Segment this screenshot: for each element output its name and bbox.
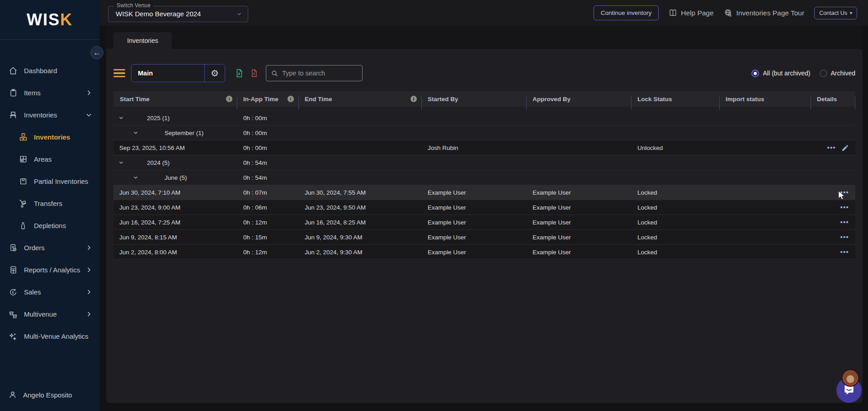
chevron-down-icon[interactable]: [118, 115, 124, 121]
gear-icon[interactable]: ⚙: [205, 65, 225, 82]
page-tour-label: Inventories Page Tour: [736, 9, 805, 17]
radio-selected-icon[interactable]: [751, 70, 759, 77]
help-page-link[interactable]: Help Page: [669, 9, 713, 17]
cell-approved-by: Example User: [526, 249, 631, 256]
table-group-row[interactable]: June (5)0h : 54m: [113, 170, 855, 185]
more-options-icon[interactable]: •••: [840, 219, 849, 226]
contact-us-button[interactable]: Contact Us▾: [814, 7, 857, 19]
chevron-right-icon: [85, 266, 92, 273]
filter-archived[interactable]: Archived: [820, 70, 855, 77]
filter-label: All (but archived): [763, 70, 810, 77]
info-icon[interactable]: i: [410, 96, 417, 102]
tab-inventories[interactable]: Inventories: [113, 32, 172, 49]
column-label: Start Time: [120, 96, 150, 103]
cell-in-app-time: 0h : 00m: [237, 145, 298, 151]
info-icon[interactable]: i: [226, 96, 232, 102]
sidebar-item-label: Areas: [34, 155, 52, 163]
sidebar-item-multi-venue-analytics[interactable]: Multi-Venue Analytics: [0, 325, 99, 347]
cell-lock-status: Locked: [631, 249, 719, 256]
info-icon[interactable]: i: [288, 96, 294, 102]
sidebar-item-dashboard[interactable]: Dashboard: [0, 60, 99, 82]
sidebar-item-partial-inventories[interactable]: Partial Inventories: [0, 170, 99, 192]
assistant-avatar[interactable]: [844, 371, 857, 385]
sidebar-item-areas[interactable]: Areas: [0, 148, 99, 170]
continue-inventory-button[interactable]: Continue inventory: [594, 5, 659, 20]
book-icon: [669, 9, 677, 17]
pdf-export-icon[interactable]: [250, 69, 259, 78]
user-icon: [8, 390, 17, 399]
more-options-icon[interactable]: •••: [840, 234, 849, 241]
column-header-approved-by[interactable]: Approved By: [526, 91, 631, 107]
edit-icon[interactable]: [841, 144, 849, 152]
inventory-row[interactable]: Sep 23, 2025, 10:56 AM0h : 00mJosh Rubin…: [113, 140, 855, 155]
sidebar: WISK DashboardItemsInventoriesInventorie…: [0, 0, 99, 411]
column-header-start-time[interactable]: Start Timei: [113, 91, 237, 107]
sidebar-item-label: Reports / Analytics: [24, 266, 80, 274]
inventory-row[interactable]: Jun 30, 2024, 7:10 AM0h : 07mJun 30, 202…: [113, 185, 855, 200]
cell-details: •••: [811, 219, 855, 226]
search-input[interactable]: [282, 70, 358, 77]
cell-details: •••: [811, 144, 855, 152]
radio-unselected-icon[interactable]: [820, 70, 827, 77]
more-options-icon[interactable]: •••: [840, 204, 849, 211]
wisk-logo[interactable]: WISK: [0, 0, 99, 40]
sidebar-collapse-button[interactable]: ←: [90, 46, 104, 59]
table-group-row[interactable]: September (1)0h : 00m: [113, 126, 855, 140]
column-label: Details: [817, 96, 837, 103]
cell-started-by: Josh Rubin: [421, 145, 526, 151]
excel-export-icon[interactable]: [234, 68, 244, 78]
inventory-row[interactable]: Jun 23, 2024, 9:00 AM0h : 06mJun 23, 202…: [113, 200, 855, 215]
sidebar-item-sales[interactable]: $Sales: [0, 281, 99, 303]
chevron-down-icon[interactable]: [132, 174, 139, 181]
page-tour-link[interactable]: Inventories Page Tour: [724, 9, 805, 18]
column-header-lock-status[interactable]: Lock Status: [631, 91, 719, 107]
sidebar-item-depletions[interactable]: Depletions: [0, 215, 99, 237]
table-group-row[interactable]: 2024 (5)0h : 54m: [113, 155, 855, 170]
sidebar-item-reports-analytics[interactable]: Reports / Analytics: [0, 259, 99, 281]
column-header-import-status[interactable]: Import status: [719, 91, 811, 107]
cell-lock-status: Locked: [631, 234, 719, 241]
sidebar-item-inventories-list[interactable]: Inventories: [0, 126, 99, 148]
top-actions: Continue inventory Help Page Inventories…: [594, 0, 857, 26]
more-options-icon[interactable]: •••: [827, 144, 836, 151]
menu-icon[interactable]: [113, 69, 125, 78]
inventory-row[interactable]: Jun 16, 2024, 7:25 AM0h : 12mJun 16, 202…: [113, 215, 855, 230]
sidebar-item-inventories[interactable]: Inventories: [0, 104, 99, 126]
view-selector[interactable]: Main ⚙: [131, 64, 225, 82]
column-header-end-time[interactable]: End Timei: [298, 91, 421, 107]
cell-details: •••: [811, 189, 855, 196]
sidebar-item-label: Depletions: [34, 222, 66, 229]
inventory-row[interactable]: Jun 2, 2024, 8:00 AM0h : 12mJun 2, 2024,…: [113, 245, 855, 260]
column-header-started-by[interactable]: Started By: [421, 91, 526, 107]
more-options-icon[interactable]: •••: [840, 248, 849, 256]
logo-accent-text: K: [60, 10, 73, 29]
sidebar-item-orders[interactable]: Orders: [0, 237, 99, 259]
report-doc-icon: [8, 265, 18, 275]
sidebar-user[interactable]: Angelo Esposito: [8, 390, 72, 399]
sidebar-item-transfers[interactable]: Transfers: [0, 192, 99, 215]
cell-started-by: Example User: [421, 249, 526, 256]
search-box: [266, 65, 363, 81]
chat-bubble-icon: [842, 383, 856, 397]
bottle-icon: [18, 221, 28, 231]
cell-lock-status: Locked: [631, 189, 719, 196]
sidebar-item-items[interactable]: Items: [0, 82, 99, 104]
cell-lock-status: Locked: [631, 204, 719, 211]
chevron-down-icon[interactable]: [118, 159, 124, 166]
inventories-table: Start TimeiIn-App TimeiEnd TimeiStarted …: [113, 91, 855, 260]
filter-all-but-archived[interactable]: All (but archived): [751, 70, 810, 77]
caret-down-icon: ▾: [850, 10, 852, 15]
table-group-row[interactable]: 2025 (1)0h : 00m: [113, 111, 855, 126]
chevron-right-icon: [85, 89, 92, 96]
column-header-details[interactable]: Details: [811, 91, 855, 107]
inventory-row[interactable]: Jun 9, 2024, 8:15 AM0h : 15mJun 9, 2024,…: [113, 230, 855, 245]
more-options-icon[interactable]: •••: [840, 189, 849, 196]
column-header-in-app-time[interactable]: In-App Timei: [237, 91, 298, 107]
sidebar-item-multivenue[interactable]: Multivenue: [0, 303, 99, 325]
view-selector-value: Main: [132, 70, 204, 77]
column-label: Lock Status: [637, 96, 672, 103]
sidebar-item-label: Inventories: [34, 133, 70, 141]
switch-venue-select[interactable]: Switch Venue WISK Demo Beverage 2024: [108, 6, 248, 22]
cell-in-app-time: 0h : 00m: [237, 130, 298, 136]
chevron-down-icon[interactable]: [132, 130, 139, 136]
